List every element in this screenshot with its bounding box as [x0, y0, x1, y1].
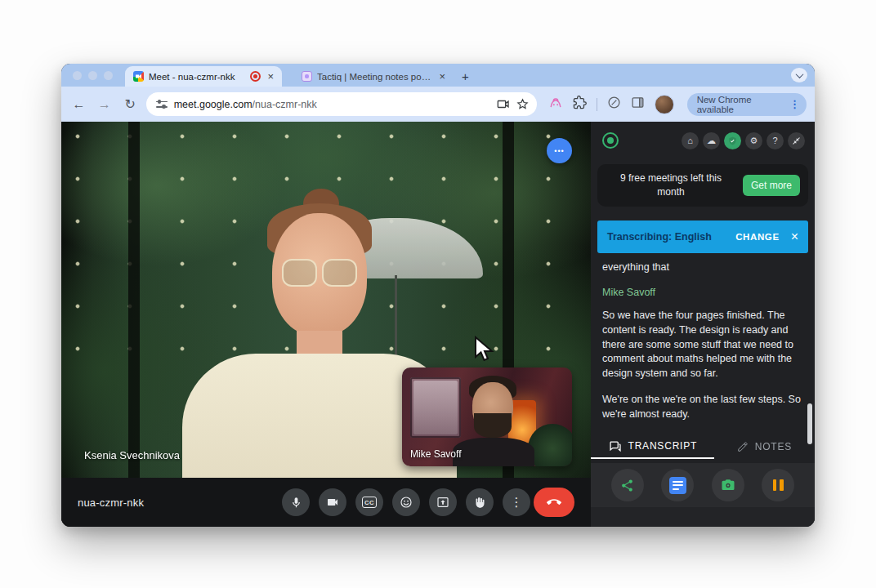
chrome-menu-icon[interactable]: ⋮: [789, 98, 800, 110]
pip-participant-beard: [474, 413, 512, 438]
browser-toolbar: ← → ↻ meet.google.com/nua-czmr-nkk: [61, 87, 815, 122]
transcript-line: everything that: [602, 261, 803, 275]
tab-transcript[interactable]: TRANSCRIPT: [591, 434, 714, 459]
site-settings-icon[interactable]: [156, 100, 168, 109]
more-options-button[interactable]: ⋮: [503, 488, 530, 516]
transcript-line: So we have the four pages finished. The …: [602, 309, 803, 381]
disconnect-icon[interactable]: [788, 132, 805, 149]
sidebar-tabs: TRANSCRIPT NOTES: [591, 434, 815, 459]
forward-button[interactable]: →: [95, 97, 114, 112]
cloud-icon[interactable]: ☁: [703, 132, 720, 149]
transcribing-label: Transcribing: English: [607, 231, 729, 243]
minimize-window-icon[interactable]: [88, 71, 97, 80]
camera-button[interactable]: [319, 488, 346, 516]
maximize-window-icon[interactable]: [104, 71, 113, 80]
pip-video-tile[interactable]: Mike Savoff: [402, 368, 572, 466]
present-screen-button[interactable]: [429, 488, 457, 516]
shield-check-icon[interactable]: [724, 132, 741, 149]
speed-dial-icon[interactable]: [607, 96, 621, 113]
meet-favicon-icon: [133, 71, 144, 82]
captions-button[interactable]: CC: [355, 488, 383, 516]
meeting-code-label: nua-czmr-nkk: [78, 497, 144, 509]
close-window-icon[interactable]: [73, 71, 82, 80]
docs-icon: [669, 477, 686, 494]
tactiq-chat-bubble-button[interactable]: •••: [547, 138, 572, 163]
pencil-icon: [737, 441, 749, 452]
transcribing-banner: Transcribing: English CHANGE ×: [597, 220, 808, 253]
raise-hand-button[interactable]: [466, 488, 494, 516]
close-banner-icon[interactable]: ×: [791, 229, 798, 244]
new-tab-button[interactable]: +: [462, 69, 469, 83]
google-docs-button[interactable]: [661, 469, 694, 501]
chat-bubble-icon: [608, 440, 622, 452]
bookmark-star-icon[interactable]: [516, 98, 529, 110]
browser-window: Meet - nua-czmr-nkk × Tactiq | Meeting n…: [61, 64, 815, 527]
usage-text: 9 free meetings left this month: [606, 172, 736, 199]
tab-tactiq[interactable]: Tactiq | Meeting notes powe ×: [293, 66, 454, 87]
recording-indicator-icon: [250, 71, 261, 82]
home-icon[interactable]: ⌂: [682, 132, 699, 149]
transcript-line: We're on the we're on the last few steps…: [602, 393, 803, 422]
close-tab-icon[interactable]: ×: [437, 71, 447, 82]
tab-title: Tactiq | Meeting notes powe: [317, 72, 432, 82]
tab-strip: Meet - nua-czmr-nkk × Tactiq | Meeting n…: [61, 64, 815, 87]
help-icon[interactable]: ?: [766, 132, 784, 149]
end-call-button[interactable]: [534, 488, 574, 517]
participant-name-label: Ksenia Svechnikova: [84, 449, 180, 461]
sidebar-actions: [591, 463, 815, 507]
url-text[interactable]: meet.google.com/nua-czmr-nkk: [174, 99, 490, 110]
extension-icons: New Chrome available ⋮: [548, 93, 807, 116]
pip-participant-body: [453, 438, 534, 466]
tactiq-sidebar: ⌂ ☁ ⚙ ? 9 free meetings left this month …: [591, 122, 815, 527]
change-language-button[interactable]: CHANGE: [735, 232, 779, 242]
pause-transcription-button[interactable]: [762, 469, 794, 501]
toolbar-divider: [597, 98, 597, 111]
tactiq-favicon-icon: [302, 71, 312, 82]
tactiq-logo-icon: [602, 132, 619, 149]
transcript-speaker: Mike Savoff: [602, 286, 803, 301]
pip-window: [410, 377, 461, 438]
main-video-tile[interactable]: Ksenia Svechnikova ••• Mike Savoff: [61, 122, 591, 478]
reactions-button[interactable]: [392, 488, 420, 516]
back-button[interactable]: ←: [69, 97, 88, 112]
tactiq-header: ⌂ ☁ ⚙ ?: [591, 122, 815, 159]
window-traffic-lights[interactable]: [73, 71, 113, 80]
tab-search-chevron-icon[interactable]: [791, 68, 807, 82]
side-panel-icon[interactable]: [631, 96, 645, 113]
captions-icon: CC: [362, 497, 378, 508]
transcript-panel[interactable]: everything that Mike Savoff So we have t…: [591, 253, 815, 434]
pip-plant: [528, 424, 572, 466]
settings-gear-icon[interactable]: ⚙: [745, 132, 762, 149]
screenshot-camera-button[interactable]: [712, 469, 744, 501]
tab-notes-label: NOTES: [755, 441, 792, 452]
tab-notes[interactable]: NOTES: [714, 434, 815, 459]
usage-banner: 9 free meetings left this month Get more: [597, 164, 808, 207]
mouse-cursor: [474, 336, 495, 367]
tab-transcript-label: TRANSCRIPT: [628, 440, 698, 452]
get-more-button[interactable]: Get more: [743, 175, 800, 196]
tactiq-extension-icon[interactable]: [548, 96, 563, 113]
chrome-update-button[interactable]: New Chrome available ⋮: [687, 93, 807, 116]
extensions-puzzle-icon[interactable]: [573, 96, 587, 113]
pause-icon: [773, 479, 784, 491]
tab-title: Meet - nua-czmr-nkk: [149, 72, 245, 82]
address-bar[interactable]: meet.google.com/nua-czmr-nkk: [146, 92, 537, 116]
participant-glasses: [282, 259, 357, 287]
tab-meet[interactable]: Meet - nua-czmr-nkk ×: [125, 66, 282, 87]
sidebar-footer-spacer: [591, 507, 815, 527]
pip-name-label: Mike Savoff: [410, 448, 461, 460]
profile-avatar[interactable]: [655, 95, 674, 114]
sidebar-scrollbar[interactable]: [807, 403, 812, 444]
reload-button[interactable]: ↻: [120, 96, 139, 112]
close-tab-icon[interactable]: ×: [266, 71, 275, 82]
meet-control-bar: nua-czmr-nkk CC: [61, 478, 591, 527]
meet-page: Ksenia Svechnikova ••• Mike Savoff: [61, 122, 591, 527]
microphone-button[interactable]: [282, 488, 310, 516]
glass-door-frame-left: [128, 122, 140, 478]
tab-camera-icon[interactable]: [497, 99, 510, 109]
share-button[interactable]: [611, 469, 644, 501]
